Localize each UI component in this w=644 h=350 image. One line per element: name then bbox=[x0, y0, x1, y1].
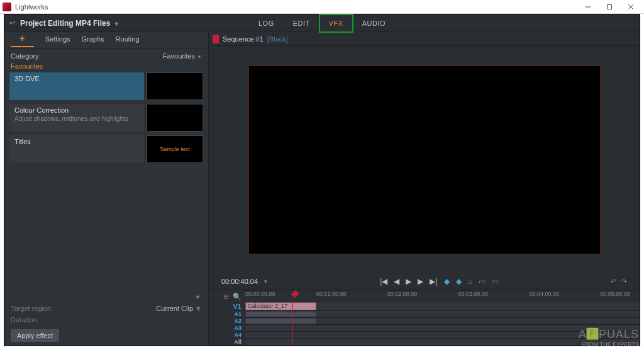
target-region-dropdown[interactable]: Current Clip ▼ bbox=[156, 305, 202, 312]
timeline-ruler[interactable]: 00:00:00.00 00:01:00.00 00:02:00.00 00:0… bbox=[245, 291, 640, 302]
timecode: 00:00:40.04 bbox=[221, 278, 258, 285]
sequence-name: Sequence #1 bbox=[223, 35, 264, 43]
effect-thumbnail: Sample text bbox=[147, 135, 203, 163]
effect-3d-dve[interactable]: 3D DVE bbox=[9, 72, 203, 100]
effect-name: Titles bbox=[14, 138, 139, 145]
home-button[interactable]: ⌂ bbox=[468, 277, 472, 286]
track-v1[interactable]: Calculator 2_17 bbox=[245, 302, 640, 311]
track-all[interactable] bbox=[245, 339, 640, 345]
track-a4[interactable] bbox=[245, 332, 640, 339]
effect-thumbnail bbox=[147, 72, 203, 100]
tab-vfx[interactable]: VFX bbox=[319, 14, 353, 32]
duration-label: Duration bbox=[11, 316, 37, 324]
effect-desc: Adjust shadows, midtones and highlights bbox=[14, 115, 139, 122]
tracks: Calculator 2_17 bbox=[245, 302, 640, 346]
window-titlebar: Lightworks bbox=[0, 0, 644, 14]
effect-name: Colour Correction bbox=[14, 106, 139, 114]
window-buttons bbox=[577, 0, 641, 14]
tab-audio[interactable]: AUDIO bbox=[353, 14, 395, 32]
effect-titles[interactable]: Titles Sample text bbox=[9, 135, 203, 163]
category-label: Category bbox=[11, 52, 39, 60]
zoom-controls: ⊖ 🔍 bbox=[221, 293, 245, 301]
ruler-tick: 00:03:00.00 bbox=[458, 291, 489, 297]
tab-edit[interactable]: EDIT bbox=[284, 14, 319, 32]
ruler-tick: 00:04:00.00 bbox=[529, 291, 559, 297]
minimize-button[interactable] bbox=[577, 0, 599, 14]
zoom-out-icon[interactable]: ⊖ bbox=[223, 293, 229, 301]
tab-add[interactable]: + bbox=[11, 33, 34, 47]
effect-name: 3D DVE bbox=[14, 75, 139, 82]
undo-redo-group: ↶ ↷ bbox=[611, 278, 627, 286]
track-label-all[interactable]: All bbox=[221, 339, 242, 346]
step-forward-button[interactable]: ▶ bbox=[418, 277, 423, 286]
category-row: Category Favourites▼ bbox=[4, 48, 208, 62]
maximize-button[interactable] bbox=[599, 0, 620, 14]
transport-controls: |◀ ◀ ▶ ▶ ▶| ◆ ◆ ⌂ ▭ ▭ bbox=[273, 277, 606, 286]
tab-graphs[interactable]: Graphs bbox=[82, 35, 104, 45]
ruler-tick: 00:02:00.00 bbox=[387, 291, 418, 297]
effects-list: 3D DVE Colour Correction Adjust shadows,… bbox=[4, 72, 208, 167]
app-icon bbox=[3, 3, 11, 11]
project-title-text: Project Editing MP4 Files bbox=[20, 19, 110, 28]
video-clip[interactable]: Calculator 2_17 bbox=[245, 302, 316, 310]
track-label-a2[interactable]: A2 bbox=[221, 318, 242, 325]
tab-routing[interactable]: Routing bbox=[116, 35, 140, 45]
chevron-down-icon: ▼ bbox=[193, 305, 202, 312]
play-button[interactable]: ▶ bbox=[406, 277, 411, 286]
redo-button[interactable]: ↷ bbox=[621, 278, 627, 286]
ruler-tick: 00:00:00.00 bbox=[245, 291, 275, 297]
timecode-dropdown-icon[interactable]: ▼ bbox=[263, 279, 268, 285]
track-labels: V1 A1 A2 A3 A4 All bbox=[221, 302, 245, 346]
track-a3[interactable] bbox=[245, 325, 640, 332]
sequence-marker-icon bbox=[213, 35, 219, 43]
remove-button[interactable]: ▭ bbox=[492, 277, 499, 286]
track-a2[interactable] bbox=[245, 318, 640, 325]
audio-clip[interactable] bbox=[245, 311, 316, 317]
mark-out-button[interactable]: ◆ bbox=[456, 277, 462, 286]
tracks-wrap: V1 A1 A2 A3 A4 All Calculator 2_17 bbox=[209, 302, 640, 346]
sequence-sub: [Black] bbox=[267, 35, 288, 43]
undo-button[interactable]: ↶ bbox=[611, 278, 616, 286]
dropdown-icon: ▼ bbox=[114, 21, 119, 27]
ruler-tick: 00:05:00.00 bbox=[600, 291, 630, 297]
delete-button[interactable]: ▭ bbox=[479, 277, 486, 286]
body: + Settings Graphs Routing Category Favou… bbox=[4, 32, 640, 346]
mark-in-button[interactable]: ◆ bbox=[444, 277, 450, 286]
expand-icon[interactable]: ▼ bbox=[4, 294, 208, 303]
track-label-a1[interactable]: A1 bbox=[221, 311, 242, 318]
track-label-a3[interactable]: A3 bbox=[221, 325, 242, 332]
track-a1[interactable] bbox=[245, 311, 640, 318]
apply-effect-button[interactable]: Apply effect bbox=[11, 329, 59, 342]
svg-rect-1 bbox=[608, 4, 612, 9]
duration-row: Duration bbox=[4, 314, 208, 325]
main-toolbar: ↩ Project Editing MP4 Files ▼ LOG EDIT V… bbox=[4, 14, 640, 32]
effect-thumbnail bbox=[147, 104, 203, 132]
video-viewer[interactable] bbox=[248, 65, 601, 254]
tab-log[interactable]: LOG bbox=[249, 14, 284, 32]
zoom-in-icon[interactable]: 🔍 bbox=[233, 293, 242, 301]
playhead-line[interactable] bbox=[292, 302, 293, 346]
goto-start-button[interactable]: |◀ bbox=[380, 277, 387, 286]
track-label-v1[interactable]: V1 bbox=[221, 302, 242, 311]
timeline-ruler-row: ⊖ 🔍 00:00:00.00 00:01:00.00 00:02:00.00 … bbox=[209, 291, 640, 302]
timeline: ⊖ 🔍 00:00:00.00 00:01:00.00 00:02:00.00 … bbox=[209, 289, 640, 346]
effect-colour-correction[interactable]: Colour Correction Adjust shadows, midton… bbox=[9, 104, 203, 132]
ruler-tick: 00:01:00.00 bbox=[316, 291, 347, 297]
playhead-marker-icon[interactable] bbox=[291, 290, 299, 298]
window-title: Lightworks bbox=[15, 3, 577, 11]
back-icon[interactable]: ↩ bbox=[9, 19, 15, 27]
viewer-area: Sequence #1 [Black] 00:00:40.04 ▼ |◀ ◀ ▶… bbox=[209, 32, 640, 346]
favourites-header: Favourites bbox=[4, 62, 208, 72]
target-region-row: Target region Current Clip ▼ bbox=[4, 303, 208, 314]
favourites-dropdown[interactable]: Favourites▼ bbox=[163, 52, 202, 60]
tab-settings[interactable]: Settings bbox=[45, 35, 70, 45]
track-label-a4[interactable]: A4 bbox=[221, 332, 242, 339]
project-title[interactable]: Project Editing MP4 Files ▼ bbox=[20, 19, 119, 28]
audio-clip[interactable] bbox=[245, 318, 316, 324]
effects-panel: + Settings Graphs Routing Category Favou… bbox=[4, 32, 209, 346]
thumb-sample-text: Sample text bbox=[160, 146, 190, 152]
step-back-button[interactable]: ◀ bbox=[394, 277, 399, 286]
close-button[interactable] bbox=[620, 0, 641, 14]
main-tabs: LOG EDIT VFX AUDIO bbox=[249, 14, 395, 32]
goto-end-button[interactable]: ▶| bbox=[430, 277, 437, 286]
